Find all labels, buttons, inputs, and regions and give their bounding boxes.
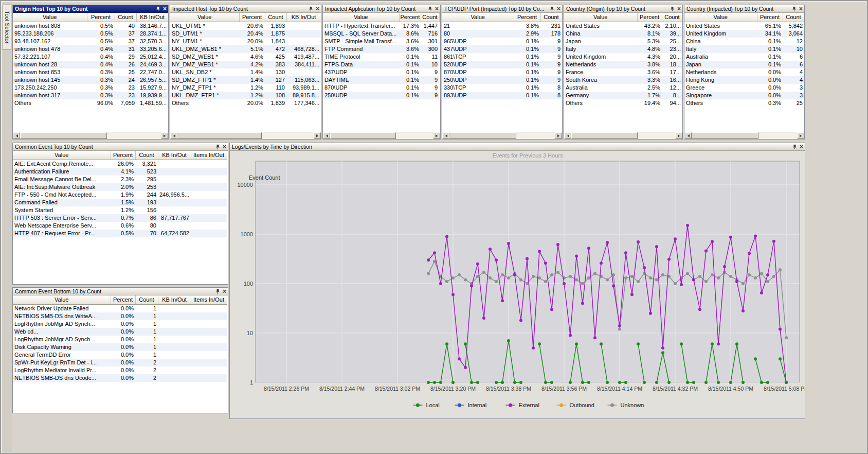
table-row[interactable]: Network Driver Update Failed0.0%1 — [13, 304, 227, 312]
table-row[interactable]: Authentication Failure4.1%523 — [13, 168, 227, 176]
table-row[interactable]: Others96.0%7,0591,481,59... — [13, 99, 168, 107]
table-row[interactable]: 57.32.221.1070.4%2925,012.4... — [13, 53, 168, 61]
col-header-items-in-out[interactable]: Items In/Out — [191, 151, 227, 160]
table-row[interactable]: SD_DMZ_FTP1 *1.4%127115,063... — [170, 76, 321, 84]
table-row[interactable]: 250\UDP0.1%9 — [442, 76, 562, 84]
country-origin-titlebar[interactable]: Country (Origin) Top 10 by Count × — [564, 5, 682, 13]
pin-icon[interactable] — [215, 144, 220, 150]
col-header-percent[interactable]: Percent — [87, 13, 115, 22]
col-header-value[interactable]: Value — [442, 13, 514, 22]
table-row[interactable]: Netherlands0.0%4 — [684, 68, 804, 76]
legend-item-external[interactable]: External — [506, 402, 539, 408]
table-row[interactable]: 330\TCP0.1%8 — [442, 84, 562, 92]
scroll-left-button[interactable] — [170, 132, 177, 139]
table-row[interactable]: Netherlands3.8%18... — [564, 61, 682, 68]
table-row[interactable]: Germany1.7%8... — [564, 92, 682, 99]
col-header-count[interactable]: Count — [540, 13, 562, 22]
table-row[interactable]: Japan0.1%6 — [684, 61, 804, 68]
scrollbar-thumb[interactable] — [177, 132, 262, 139]
col-header-value[interactable]: Value — [564, 13, 637, 22]
col-header-percent[interactable]: Percent — [637, 13, 662, 22]
close-icon[interactable]: × — [163, 7, 167, 11]
table-row[interactable]: 965\UDP0.1%9 — [442, 38, 562, 45]
origin-host-titlebar[interactable]: Origin Host Top 10 by Count × — [13, 5, 168, 13]
table-row[interactable]: Others20.0%1,839177,346... — [170, 99, 321, 107]
table-row[interactable]: SpWr-Put KeyLgr RnTm Det - i...0.0%2 — [13, 359, 227, 366]
tool-selector-tab[interactable]: Tool Selector — [3, 5, 11, 50]
table-row[interactable]: China0.1%12 — [684, 38, 804, 45]
table-row[interactable]: Disk Capacity Warning0.0%1 — [13, 343, 227, 351]
col-header-items-in-out[interactable]: Items In/Out — [191, 295, 227, 304]
scrollbar-track[interactable] — [107, 132, 161, 139]
table-row[interactable]: Others19.4%94... — [564, 99, 682, 107]
col-header-percent[interactable]: Percent — [399, 13, 421, 22]
table-row[interactable]: Japan5.3%25... — [564, 38, 682, 45]
col-header-count[interactable]: Count — [135, 295, 158, 304]
table-row[interactable]: LogRhythm JobMgr AD Synch...0.0%1 — [13, 336, 227, 343]
legend-item-internal[interactable]: Internal — [455, 402, 487, 408]
col-header-value[interactable]: Value — [323, 13, 399, 22]
col-header-count[interactable]: Count — [662, 13, 682, 22]
table-row[interactable]: China8.1%39... — [564, 30, 682, 38]
col-header-kb-in-out[interactable]: KB In/Out — [136, 13, 168, 22]
scroll-right-button[interactable] — [675, 132, 682, 139]
horizontal-scrollbar[interactable] — [170, 132, 321, 139]
horizontal-scrollbar[interactable] — [684, 132, 804, 139]
table-row[interactable]: NETBIOS SMB-DS dns Ucode...0.0%2 — [13, 374, 227, 382]
table-row[interactable]: unknown host 8080.5%4038,146.7... — [13, 22, 168, 30]
table-row[interactable]: AIE: Int:Susp:Malware Outbreak2.0%253 — [13, 183, 227, 191]
table-row[interactable]: Others0.3%25 — [684, 99, 804, 107]
table-row[interactable]: United Kingdom4.3%20... — [564, 53, 682, 61]
table-row[interactable]: Email Message Cannot Be Del...2.3%295 — [13, 176, 227, 183]
table-row[interactable]: France3.6%17... — [564, 68, 682, 76]
impacted-host-titlebar[interactable]: Impacted Host Top 10 by Count × — [170, 5, 321, 13]
table-row[interactable]: HTTP 503 : Server Error - Serv...0.7%868… — [13, 214, 227, 222]
table-row[interactable]: 95.233.188.2060.5%3728,374.1... — [13, 30, 168, 38]
table-row[interactable]: 250\UDP0.1%9 — [323, 92, 439, 99]
legend-item-local[interactable]: Local — [413, 402, 440, 408]
impacted-application-titlebar[interactable]: Impacted Application Top 10 by Count × — [323, 5, 440, 13]
close-icon[interactable]: × — [799, 7, 803, 11]
scroll-left-button[interactable] — [684, 132, 692, 139]
table-row[interactable]: unknown host 4780.4%3133,205.6... — [13, 45, 168, 53]
pin-icon[interactable] — [670, 6, 675, 12]
scroll-right-button[interactable] — [433, 132, 440, 139]
horizontal-scrollbar[interactable] — [323, 132, 440, 139]
table-row[interactable]: UKL_SN_DB2 *1.4%130 — [170, 68, 321, 76]
table-row[interactable]: unknown host 3170.3%2319,939.9... — [13, 92, 168, 99]
col-header-kb-in-out[interactable]: KB In/Out — [286, 13, 321, 22]
table-row[interactable]: United Kingdom34.1%3,064 — [684, 30, 804, 38]
table-row[interactable]: TIME Protocol0.1%11 — [323, 53, 439, 61]
table-row[interactable]: NETBIOS SMB-DS dns WriteA...0.0%1 — [13, 312, 227, 320]
horizontal-scrollbar[interactable] — [442, 132, 562, 139]
table-row[interactable]: FTP Command3.6%300 — [323, 45, 439, 53]
table-row[interactable]: 802.9%178 — [442, 30, 562, 38]
col-header-kb-in-out[interactable]: KB In/Out — [158, 151, 191, 160]
horizontal-scrollbar[interactable] — [564, 132, 682, 139]
scrollbar-track[interactable] — [516, 132, 555, 139]
table-row[interactable]: unknown host 8530.3%2522,747.0... — [13, 68, 168, 76]
table-row[interactable]: MSSQL - SQL Server Data...8.6%716 — [323, 30, 439, 38]
close-icon[interactable]: × — [800, 145, 803, 149]
col-header-value[interactable]: Value — [170, 13, 239, 22]
scrollbar-thumb[interactable] — [571, 132, 638, 139]
table-row[interactable]: Australia0.1%6 — [684, 53, 804, 61]
table-row[interactable]: Web cd...0.0%1 — [13, 328, 227, 336]
scrollbar-track[interactable] — [758, 132, 797, 139]
pin-icon[interactable] — [156, 6, 160, 12]
table-row[interactable]: Command Failed1.5%193 — [13, 199, 227, 206]
pin-icon[interactable] — [792, 144, 797, 150]
col-header-count[interactable]: Count — [115, 13, 136, 22]
col-header-value[interactable]: Value — [13, 13, 87, 22]
scroll-left-button[interactable] — [564, 132, 571, 139]
col-header-percent[interactable]: Percent — [757, 13, 783, 22]
col-header-value[interactable]: Value — [13, 295, 111, 304]
table-row[interactable]: 437\UDP0.1%9 — [323, 68, 439, 76]
table-row[interactable]: NY_DMZ_WEB1 *4.2%383384,411... — [170, 61, 321, 68]
col-header-percent[interactable]: Percent — [514, 13, 540, 22]
pin-icon[interactable] — [792, 6, 797, 12]
table-row[interactable]: NY_DMZ_FTP1 *1.2%11093,989.1... — [170, 84, 321, 92]
table-row[interactable]: General TermDD Error0.0%1 — [13, 351, 227, 359]
table-row[interactable]: Hong Kong0.0%4 — [684, 76, 804, 84]
col-header-percent[interactable]: Percent — [111, 295, 135, 304]
